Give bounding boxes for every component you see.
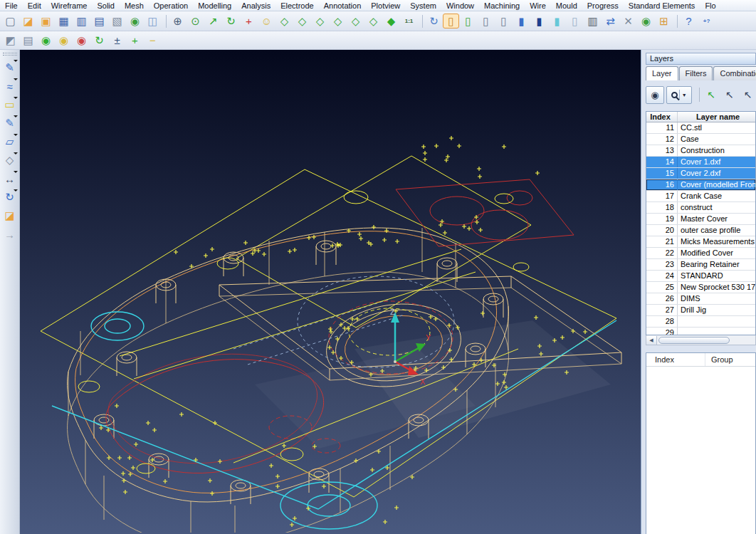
shading-wireframe-icon[interactable]: ▯ [443, 14, 459, 28]
open-multiple-icon[interactable]: ▣ [37, 14, 55, 29]
view-right-cube-icon[interactable]: ◇ [364, 14, 382, 29]
layer-refresh-icon[interactable]: ↻ [90, 33, 108, 48]
menu-item[interactable]: Plotview [366, 1, 405, 10]
Construction[interactable]: 13 Construction [646, 145, 755, 157]
view-iso-cube-icon[interactable]: ◆ [382, 14, 400, 29]
Master Cover[interactable]: 19 Master Cover [646, 214, 755, 225]
view-left-cube-icon[interactable]: ◇ [347, 14, 364, 29]
Cover 1.dxf[interactable]: 14 Cover 1.dxf [646, 157, 755, 168]
help-icon[interactable]: ? [680, 14, 698, 29]
shading-blue-icon[interactable]: ▮ [513, 14, 530, 29]
scrollbar-thumb[interactable] [658, 337, 730, 344]
horizontal-scrollbar[interactable]: ◀ [646, 335, 756, 345]
sketch-line-icon[interactable]: ✎ [1, 58, 19, 77]
STANDARD[interactable]: 24 STANDARD [646, 271, 755, 282]
group-table-body[interactable] [646, 367, 755, 534]
refresh-view-icon[interactable]: ↻ [425, 14, 443, 29]
shading-dark-icon[interactable]: ▮ [530, 14, 548, 29]
column-header-layer-name[interactable]: Layer name [678, 112, 755, 122]
layer-show-add-icon[interactable]: ◉ [37, 33, 55, 48]
layer-add-icon[interactable]: + [126, 33, 144, 48]
panel-tab[interactable]: Combinations [713, 66, 756, 80]
menu-item[interactable]: Solid [92, 1, 119, 10]
menu-item[interactable]: System [405, 1, 441, 10]
save-as-icon[interactable]: ▥ [73, 14, 90, 29]
menu-item[interactable]: Progress [582, 1, 624, 10]
layer-row[interactable]: 28 [646, 316, 755, 328]
export-model-icon[interactable]: ▤ [90, 14, 108, 29]
column-header-index[interactable]: Index [646, 112, 678, 122]
panel-tab[interactable]: Layer [646, 66, 678, 80]
shading-layers-icon[interactable]: ▯ [459, 14, 477, 29]
menu-item[interactable]: Analysis [236, 1, 275, 10]
menu-item[interactable]: Wire [525, 1, 551, 10]
DIMS[interactable]: 26 DIMS [646, 293, 755, 305]
open-icon[interactable]: ◪ [19, 14, 37, 29]
view-front-cube-icon[interactable]: ◇ [311, 14, 329, 29]
viewport-3d[interactable]: Z Y X [20, 50, 641, 534]
select-visible-entities-icon[interactable]: ↖ [721, 86, 737, 103]
split-view-icon[interactable]: ◫ [144, 14, 162, 29]
panel-tab[interactable]: Filters [679, 66, 713, 80]
shading-pale-icon[interactable]: ▯ [566, 14, 584, 29]
menu-item[interactable]: Flo [700, 1, 720, 10]
scroll-left-arrow[interactable]: ◀ [646, 336, 657, 345]
menu-item[interactable]: Wireframe [46, 1, 93, 10]
construct[interactable]: 18 construct [646, 202, 755, 214]
workfile-folder-icon[interactable]: ◪ [1, 206, 19, 225]
view-orientation-icon[interactable]: ☺ [258, 14, 275, 29]
snap-points-icon[interactable]: ⊞ [655, 14, 673, 29]
menu-item[interactable]: Modelling [193, 1, 236, 10]
New Sprocket 530 17[interactable]: 25 New Sprocket 530 17 [646, 282, 755, 293]
select-partial-icon[interactable]: ↖ [740, 86, 756, 103]
system-tools-icon[interactable]: ✕ [619, 14, 637, 29]
menu-item[interactable]: Mould [551, 1, 582, 10]
transform-icon[interactable]: ↻ [1, 188, 19, 206]
menu-item[interactable]: Annotation [319, 1, 367, 10]
axes-icon[interactable]: + [240, 14, 258, 29]
menu-item[interactable]: Mesh [120, 1, 149, 10]
regenerate-icon[interactable]: ↻ [222, 14, 240, 29]
toolbar-button[interactable] [673, 15, 678, 28]
Cover (modelled From[interactable]: 16 Cover (modelled From [646, 179, 755, 191]
solid-icon[interactable]: ◇ [1, 151, 19, 169]
Micks Measurements[interactable]: 21 Micks Measurements [646, 236, 755, 248]
select-layer-entities-icon[interactable]: ↖ [703, 86, 720, 103]
scale-1-1-icon[interactable]: 1:1 [400, 14, 418, 29]
document-eye-icon[interactable]: ▤ [19, 33, 37, 48]
view-top-cube-icon[interactable]: ◇ [275, 14, 293, 29]
shading-cyan-icon[interactable]: ▮ [548, 14, 566, 29]
view-back-cube-icon[interactable]: ◇ [329, 14, 347, 29]
chevron-down-icon[interactable]: ▼ [679, 90, 687, 100]
column-header-group[interactable]: Group [705, 353, 755, 366]
preview-globe-icon[interactable]: ◉ [126, 14, 144, 29]
layer-zoom-button[interactable]: ▼ [666, 86, 692, 104]
layer-plus-minus-icon[interactable]: ± [108, 33, 126, 48]
cylinder-outline-icon[interactable]: ▯ [477, 14, 495, 29]
menu-item[interactable]: Window [441, 1, 479, 10]
spline-icon[interactable]: ≈ [1, 77, 19, 95]
view-bottom-cube-icon[interactable]: ◇ [293, 14, 311, 29]
menu-item[interactable]: Edit [23, 1, 46, 10]
layer-traffic-icon[interactable]: ◉ [73, 33, 90, 48]
layer-visibility-button[interactable]: ◉ [646, 86, 664, 104]
menu-item[interactable]: Operation [149, 1, 193, 10]
measure-arrow-icon[interactable]: ↗ [204, 14, 222, 29]
new-document-icon[interactable]: ▢ [1, 14, 19, 29]
layer-row[interactable]: 29 [646, 328, 755, 335]
Crank Case[interactable]: 17 Crank Case [646, 191, 755, 202]
print-icon[interactable]: ▧ [108, 14, 126, 29]
Modified Cover[interactable]: 22 Modified Cover [646, 248, 755, 259]
menu-item[interactable]: Electrode [275, 1, 318, 10]
column-header-index[interactable]: Index [646, 355, 705, 364]
shading-update-icon[interactable]: ⇄ [602, 14, 619, 29]
shading-hidden-icon[interactable]: ▥ [584, 14, 602, 29]
CC.stl[interactable]: 11 CC.stl [646, 122, 755, 134]
outer case profile[interactable]: 20 outer case profile [646, 225, 755, 236]
web-tools-icon[interactable]: ◉ [637, 14, 655, 29]
menu-item[interactable]: File [0, 1, 23, 10]
cylinder-outline2-icon[interactable]: ▯ [495, 14, 513, 29]
Drill Jig[interactable]: 27 Drill Jig [646, 305, 755, 316]
render-options-icon[interactable]: ◩ [1, 33, 19, 48]
profile-icon[interactable]: ▭ [1, 95, 19, 114]
